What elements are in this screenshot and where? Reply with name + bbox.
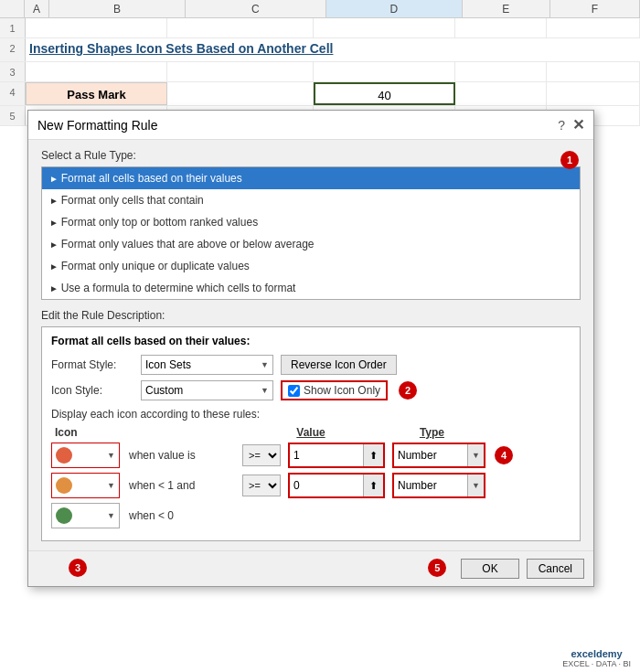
- orange-circle-icon: [56, 477, 72, 494]
- rule-item-4[interactable]: Format only unique or duplicate values: [42, 255, 580, 277]
- row-3: 3: [0, 62, 640, 82]
- value-upload-btn-0[interactable]: ⬆: [363, 444, 383, 466]
- type-arrow-0: ▼: [467, 444, 484, 466]
- row-1: 1: [0, 18, 640, 38]
- cancel-button[interactable]: Cancel: [527, 559, 584, 579]
- green-circle-icon: [56, 507, 72, 524]
- icon-row-1: ▼ when < 1 and >= > ⬆ Number Perce: [51, 473, 571, 498]
- spreadsheet: A B C D E F 1 2 Inserting Shapes Icon Se…: [0, 0, 640, 672]
- show-icon-only-container: Show Icon Only: [281, 380, 388, 400]
- rule-item-2[interactable]: Format only top or bottom ranked values: [42, 211, 580, 233]
- rule-item-0[interactable]: Format all cells based on their values: [42, 167, 580, 189]
- col-header-b: B: [49, 0, 186, 17]
- circled-2: 2: [399, 381, 417, 400]
- icon-style-row: Icon Style: Custom Show Icon Only 2: [51, 380, 571, 400]
- rule-type-list: Format all cells based on their values F…: [41, 166, 581, 300]
- condition-text-1: when < 1 and: [129, 479, 239, 492]
- spreadsheet-title: Inserting Shapes Icon Sets Based on Anot…: [26, 38, 455, 61]
- col-header-d: D: [326, 0, 463, 17]
- col-value-header: Value: [256, 426, 366, 439]
- circled-1: 1: [560, 151, 579, 169]
- show-icon-only-checkbox[interactable]: [288, 385, 300, 397]
- dialog-footer: 3 5 OK Cancel: [28, 550, 593, 586]
- display-rules-label: Display each icon according to these rul…: [51, 408, 571, 421]
- col-header-e: E: [463, 0, 550, 17]
- row-4: 4 Pass Mark 40: [0, 82, 640, 106]
- type-select-1[interactable]: Number Percent Formula Percentile: [394, 475, 467, 496]
- red-circle-icon: [56, 447, 72, 464]
- dialog-titlebar: New Formatting Rule ? ✕: [28, 111, 593, 140]
- dialog-controls: ? ✕: [558, 116, 584, 133]
- col-header-c: C: [186, 0, 326, 17]
- type-arrow-1: ▼: [467, 475, 484, 496]
- col-icon-header: Icon: [55, 426, 137, 439]
- icon-rules-header: Icon Value Type: [51, 426, 571, 439]
- icon-row-2: ▼ when < 0: [51, 503, 571, 528]
- rule-item-5[interactable]: Use a formula to determine which cells t…: [42, 277, 580, 299]
- icon-selector-1[interactable]: ▼: [51, 473, 120, 498]
- rule-item-3[interactable]: Format only values that are above or bel…: [42, 233, 580, 255]
- dialog-help-button[interactable]: ?: [558, 118, 565, 133]
- passmark-value: 40: [314, 82, 455, 105]
- icon-selector-2[interactable]: ▼: [51, 503, 120, 528]
- circled-3: 3: [69, 559, 87, 577]
- edit-rule-title: Format all cells based on their values:: [51, 335, 571, 347]
- dialog-close-button[interactable]: ✕: [572, 116, 584, 133]
- col-header-a: A: [25, 0, 49, 17]
- type-select-wrap-0: Number Percent Formula Percentile ▼: [392, 443, 485, 468]
- col-header-f: F: [550, 0, 640, 17]
- value-input-wrap-0: ⬆: [288, 443, 385, 468]
- icon-row-0: ▼ when value is >= > ⬆ Number Perc: [51, 443, 571, 468]
- column-headers: A B C D E F: [0, 0, 640, 18]
- dialog-title: New Formatting Rule: [37, 118, 158, 133]
- type-select-0[interactable]: Number Percent Formula Percentile: [394, 444, 467, 466]
- icon-selector-0[interactable]: ▼: [51, 443, 120, 468]
- value-upload-btn-1[interactable]: ⬆: [363, 475, 383, 496]
- icon-dropdown-arrow-0: ▼: [107, 451, 115, 460]
- icon-style-select-wrapper: Custom: [141, 380, 273, 400]
- icon-dropdown-arrow-2: ▼: [107, 511, 115, 520]
- type-select-wrap-1: Number Percent Formula Percentile ▼: [392, 473, 485, 498]
- value-input-0[interactable]: [290, 444, 363, 466]
- icon-style-label: Icon Style:: [51, 384, 133, 397]
- circled-4: 4: [495, 446, 513, 464]
- edit-rule-section: Format all cells based on their values: …: [41, 326, 581, 541]
- rule-item-1[interactable]: Format only cells that contain: [42, 189, 580, 211]
- operator-select-0[interactable]: >= >: [242, 444, 281, 466]
- dialog-body: Select a Rule Type: Format all cells bas…: [28, 140, 593, 550]
- show-icon-only-label: Show Icon Only: [304, 384, 380, 397]
- col-type-header: Type: [366, 426, 457, 439]
- format-style-row: Format Style: Icon Sets Reverse Icon Ord…: [51, 355, 571, 375]
- reverse-icon-order-button[interactable]: Reverse Icon Order: [281, 355, 397, 375]
- value-input-1[interactable]: [290, 475, 363, 496]
- select-rule-type-label: Select a Rule Type:: [41, 149, 581, 162]
- format-style-label: Format Style:: [51, 358, 133, 371]
- row-2: 2 Inserting Shapes Icon Sets Based on An…: [0, 38, 640, 62]
- value-input-wrap-1: ⬆: [288, 473, 385, 498]
- icon-dropdown-arrow-1: ▼: [107, 481, 115, 490]
- branding-tagline: EXCEL · DATA · BI: [562, 659, 631, 668]
- icon-style-select[interactable]: Custom: [141, 380, 273, 400]
- passmark-label: Pass Mark: [26, 82, 167, 105]
- condition-text-0: when value is: [129, 449, 239, 462]
- ok-button[interactable]: OK: [461, 559, 518, 579]
- format-style-select-wrapper: Icon Sets: [141, 355, 273, 375]
- branding-name: exceldemy: [562, 648, 631, 659]
- condition-text-2: when < 0: [129, 509, 239, 522]
- corner-cell: [0, 0, 25, 17]
- new-formatting-rule-dialog: New Formatting Rule ? ✕ Select a Rule Ty…: [27, 110, 594, 587]
- edit-rule-label: Edit the Rule Description:: [41, 309, 581, 322]
- circled-5: 5: [428, 559, 446, 577]
- operator-select-1[interactable]: >= >: [242, 475, 281, 496]
- branding: exceldemy EXCEL · DATA · BI: [562, 648, 631, 668]
- format-style-select[interactable]: Icon Sets: [141, 355, 273, 375]
